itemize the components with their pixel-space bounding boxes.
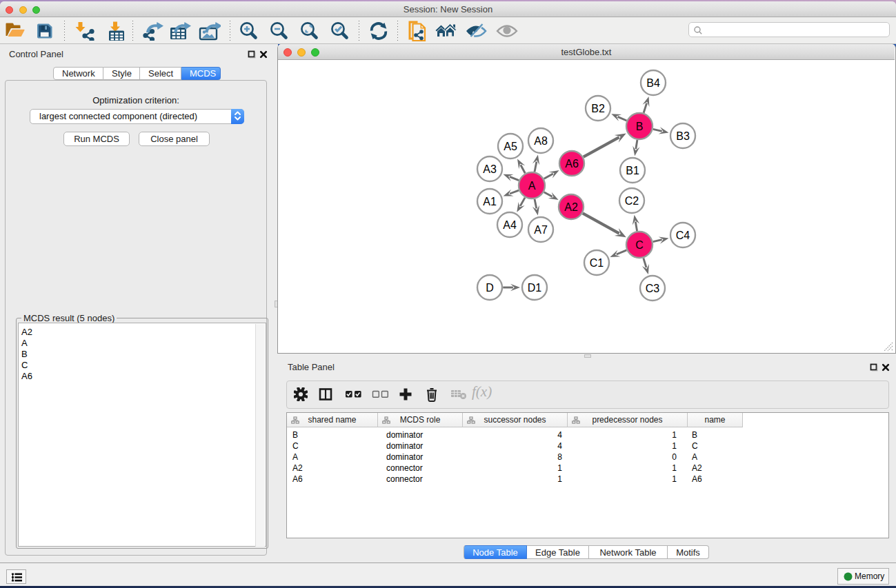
svg-text:D1: D1 [528, 282, 542, 294]
svg-text:C3: C3 [646, 283, 660, 294]
svg-text:B4: B4 [646, 77, 660, 89]
svg-text:A5: A5 [504, 141, 517, 152]
svg-text:B3: B3 [676, 130, 690, 142]
svg-text:C4: C4 [676, 230, 690, 241]
svg-text:A1: A1 [483, 196, 497, 207]
svg-text:A8: A8 [534, 135, 548, 147]
svg-text:A7: A7 [534, 224, 548, 236]
svg-text:B2: B2 [591, 103, 605, 114]
svg-text:C1: C1 [590, 257, 604, 269]
svg-text:A3: A3 [483, 163, 497, 175]
svg-text:D: D [486, 282, 494, 294]
svg-text:A: A [528, 180, 536, 192]
svg-text:A4: A4 [503, 219, 517, 231]
svg-text:A6: A6 [565, 158, 579, 170]
svg-text:C2: C2 [625, 195, 639, 207]
svg-text:A2: A2 [564, 201, 578, 213]
svg-text:B1: B1 [626, 165, 639, 176]
svg-text:B: B [636, 121, 644, 132]
svg-text:C: C [635, 239, 644, 251]
